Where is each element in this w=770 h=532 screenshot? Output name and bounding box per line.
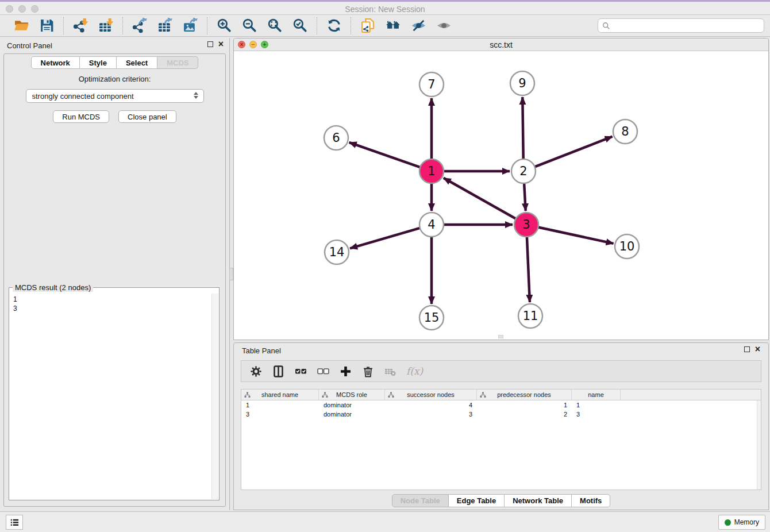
graph-node-11[interactable]: 11	[518, 304, 542, 328]
export-network-button[interactable]	[131, 17, 148, 34]
edge-2-9[interactable]	[522, 97, 523, 159]
close-panel-icon[interactable]: ×	[218, 41, 224, 47]
graph-node-7[interactable]: 7	[419, 72, 444, 97]
canvas-resize-gripper[interactable]	[498, 335, 503, 338]
import-table-button[interactable]	[97, 17, 114, 34]
hierarchy-icon	[322, 392, 328, 398]
first-neighbors-button[interactable]	[384, 17, 402, 34]
table-cell[interactable]: 1	[572, 400, 621, 410]
tab-network[interactable]: Network	[31, 56, 80, 69]
export-table-icon	[157, 18, 173, 33]
run-mcds-button[interactable]: Run MCDS	[53, 110, 109, 123]
table-cell[interactable]: 1	[477, 400, 572, 410]
select-all-checkboxes-button[interactable]	[294, 365, 307, 377]
table-row[interactable]: 1dominator411	[241, 400, 761, 410]
export-image-icon	[183, 18, 198, 33]
criterion-dropdown[interactable]: strongly connected component	[26, 89, 204, 103]
close-table-panel-icon[interactable]: ×	[755, 346, 760, 352]
show-columns-button[interactable]	[272, 365, 284, 377]
search-input[interactable]	[610, 20, 764, 32]
task-history-button[interactable]	[6, 515, 23, 530]
save-session-button[interactable]	[38, 17, 55, 34]
network-graph[interactable]: 7968124314101511	[234, 51, 768, 340]
edge-3-10[interactable]	[538, 227, 614, 243]
graph-node-3[interactable]: 3	[514, 213, 538, 237]
graph-node-15[interactable]: 15	[419, 306, 444, 330]
tab-network-table[interactable]: Network Table	[505, 494, 572, 507]
graph-node-1[interactable]: 1	[419, 159, 444, 183]
tab-node-table[interactable]: Node Table	[392, 494, 449, 507]
open-file-button[interactable]	[13, 17, 30, 34]
result-scrollbar[interactable]	[211, 294, 218, 499]
tab-mcds[interactable]: MCDS	[157, 56, 198, 69]
refresh-network-button[interactable]	[325, 17, 342, 34]
graph-node-4[interactable]: 4	[419, 213, 444, 237]
column-header-name[interactable]: name	[572, 390, 621, 400]
close-panel-button[interactable]: Close panel	[118, 110, 176, 123]
search-field[interactable]	[598, 18, 764, 33]
criterion-dropdown-value: strongly connected component	[32, 92, 134, 101]
export-image-button[interactable]	[182, 17, 199, 34]
column-header-predecessor-nodes[interactable]: predecessor nodes	[477, 390, 572, 400]
delete-column-button[interactable]	[361, 365, 374, 377]
graph-node-9[interactable]: 9	[510, 71, 534, 95]
export-table-button[interactable]	[156, 17, 174, 34]
float-table-panel-icon[interactable]	[744, 346, 750, 352]
tab-style[interactable]: Style	[80, 56, 117, 69]
graph-node-8[interactable]: 8	[613, 119, 637, 144]
tab-edge-table[interactable]: Edge Table	[449, 494, 505, 507]
column-header-shared-name[interactable]: shared name	[241, 390, 319, 400]
node-table[interactable]: shared nameMCDS rolesuccessor nodesprede…	[241, 389, 761, 490]
table-cell[interactable]: 2	[477, 410, 572, 419]
zoom-selected-button[interactable]	[291, 17, 309, 34]
zoom-out-button[interactable]	[241, 17, 258, 34]
open-file-icon	[14, 18, 29, 33]
column-header-MCDS-role[interactable]: MCDS role	[319, 390, 385, 400]
edge-3-11[interactable]	[527, 237, 530, 302]
function-builder-button[interactable]: f(x)	[406, 365, 423, 377]
hide-selected-button[interactable]	[410, 17, 427, 34]
graph-node-14[interactable]: 14	[325, 240, 349, 264]
graph-node-6[interactable]: 6	[324, 126, 348, 150]
show-all-button[interactable]	[435, 17, 452, 34]
panel-splitter-handle[interactable]	[229, 268, 233, 280]
table-cell[interactable]: 1	[241, 400, 319, 410]
network-view-window: × − + scc.txt 7968124314101511	[233, 38, 769, 340]
edge-2-3[interactable]	[524, 183, 526, 211]
table-cell[interactable]: 3	[241, 410, 319, 419]
tab-motifs[interactable]: Motifs	[572, 494, 610, 507]
table-cell[interactable]: dominator	[319, 410, 385, 419]
export-network-icon	[132, 18, 148, 33]
zoom-fit-button[interactable]	[266, 17, 283, 34]
mcds-result-list[interactable]: 1 3	[10, 294, 211, 499]
add-column-button[interactable]	[339, 365, 352, 377]
table-cell[interactable]: dominator	[319, 400, 385, 410]
edge-2-8[interactable]	[535, 137, 613, 167]
share-network-button[interactable]	[359, 17, 376, 34]
table-cell[interactable]: 3	[572, 410, 621, 419]
table-cell[interactable]: 3	[385, 410, 477, 419]
float-panel-icon[interactable]	[207, 41, 213, 47]
import-network-button[interactable]	[72, 17, 89, 34]
select-all-checkboxes-icon	[295, 365, 307, 377]
memory-button[interactable]: Memory	[718, 515, 765, 530]
network-canvas[interactable]: 7968124314101511	[234, 51, 768, 340]
delete-table-button[interactable]	[384, 365, 396, 377]
column-header-successor-nodes[interactable]: successor nodes	[385, 390, 477, 400]
table-row[interactable]: 3dominator323	[241, 410, 761, 419]
table-cell[interactable]: 4	[385, 400, 477, 410]
hierarchy-icon	[388, 392, 394, 398]
edge-4-14[interactable]	[350, 228, 420, 248]
graph-node-2[interactable]: 2	[511, 159, 536, 183]
graph-node-10[interactable]: 10	[615, 234, 639, 259]
zoom-in-button[interactable]	[215, 17, 233, 34]
edge-3-1[interactable]	[444, 178, 516, 219]
table-scrollbar[interactable]	[757, 400, 761, 489]
edge-1-6[interactable]	[349, 142, 421, 167]
deselect-all-checkboxes-button[interactable]	[317, 365, 329, 377]
tab-select[interactable]: Select	[117, 56, 157, 69]
table-settings-button[interactable]	[249, 365, 262, 377]
node-label: 9	[518, 76, 526, 90]
refresh-network-icon	[326, 18, 342, 33]
hide-selected-icon	[411, 18, 426, 33]
